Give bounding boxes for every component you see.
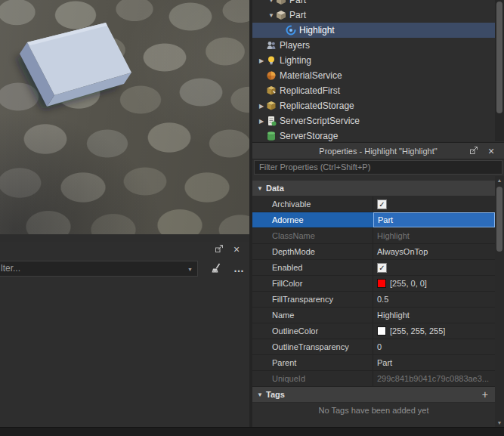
- property-name: Adornee: [252, 212, 373, 227]
- filter-text: lter...: [1, 263, 20, 274]
- close-icon[interactable]: [486, 146, 496, 156]
- serverscriptservice-icon: [266, 116, 277, 126]
- explorer-item-label: ReplicatedStorage: [280, 98, 354, 113]
- explorer-item-label: Players: [280, 38, 310, 53]
- property-value[interactable]: ✓: [373, 196, 495, 212]
- property-value-text: Part: [378, 215, 393, 224]
- bottom-left-panel: lter... …: [0, 242, 249, 427]
- explorer-item-replicatedfirst[interactable]: ReplicatedFirst: [252, 83, 495, 98]
- property-value[interactable]: [255, 0, 0]: [373, 276, 495, 291]
- section-header-tags[interactable]: ▼Tags+: [252, 387, 495, 403]
- color-swatch: [377, 326, 386, 336]
- property-value[interactable]: AlwaysOnTop: [373, 244, 495, 259]
- explorer-item-part[interactable]: ▼Part: [252, 0, 495, 8]
- explorer-item-label: Lighting: [280, 53, 311, 68]
- property-value-text: [255, 0, 0]: [390, 279, 427, 288]
- explorer-item-materialservice[interactable]: MaterialService: [252, 68, 495, 83]
- expand-arrow-icon[interactable]: ▶: [257, 57, 266, 64]
- properties-list: ▼DataArchivable✓AdorneePartClassNameHigh…: [252, 176, 495, 427]
- color-swatch: [377, 279, 386, 288]
- explorer-item-serverscriptservice[interactable]: ▶ServerScriptService: [252, 113, 495, 128]
- explorer-item-highlight[interactable]: Highlight: [252, 23, 495, 38]
- scrollbar-handle[interactable]: [496, 187, 502, 252]
- float-icon[interactable]: [469, 146, 480, 156]
- property-value[interactable]: ✓: [373, 260, 495, 275]
- property-row-adornee[interactable]: AdorneePart: [252, 212, 495, 228]
- property-value[interactable]: Part: [373, 212, 495, 227]
- property-value[interactable]: Highlight: [373, 308, 495, 323]
- expand-arrow-icon[interactable]: ▼: [267, 0, 276, 4]
- property-value[interactable]: Highlight: [373, 228, 495, 243]
- property-name: OutlineTransparency: [252, 339, 373, 354]
- expand-arrow-icon[interactable]: ▼: [267, 12, 276, 19]
- property-value-text: AlwaysOnTop: [377, 247, 428, 256]
- properties-scrollbar[interactable]: ▲ ▼: [495, 176, 504, 427]
- property-row-uniqueid[interactable]: UniqueId299c841b9041c79c0883ae3...: [252, 371, 495, 387]
- explorer-item-label: MaterialService: [280, 68, 342, 83]
- section-header-data[interactable]: ▼Data: [252, 181, 495, 196]
- dropdown-arrow-icon[interactable]: [187, 261, 193, 276]
- scroll-down-icon[interactable]: ▼: [495, 419, 504, 427]
- explorer-item-players[interactable]: Players: [252, 38, 495, 53]
- property-row-archivable[interactable]: Archivable✓: [252, 196, 495, 212]
- property-value-text: Part: [377, 358, 392, 367]
- property-row-filltransparency[interactable]: FillTransparency0.5: [252, 292, 495, 308]
- explorer-item-serverstorage[interactable]: ServerStorage: [252, 128, 495, 141]
- bottom-panel-toolbar: lter... …: [0, 260, 249, 277]
- scrollbar-handle[interactable]: [496, 2, 502, 113]
- property-value[interactable]: 0: [373, 339, 495, 354]
- collapse-arrow-icon: ▼: [257, 185, 266, 192]
- property-row-classname[interactable]: ClassNameHighlight: [252, 228, 495, 244]
- explorer-item-label: ServerScriptService: [280, 113, 360, 128]
- property-value-text: 0: [377, 342, 382, 351]
- expand-arrow-icon[interactable]: ▶: [257, 118, 266, 125]
- replicatedstorage-icon: [266, 100, 277, 111]
- property-value[interactable]: 299c841b9041c79c0883ae3...: [373, 371, 495, 386]
- property-value-text: 0.5: [377, 295, 388, 304]
- property-row-parent[interactable]: ParentPart: [252, 355, 495, 371]
- properties-title: Properties - Highlight "Highlight": [252, 143, 504, 159]
- part-icon: [276, 10, 286, 20]
- property-value[interactable]: [255, 255, 255]: [373, 323, 495, 339]
- explorer-item-lighting[interactable]: ▶Lighting: [252, 53, 495, 68]
- property-name: ClassName: [252, 228, 373, 243]
- scroll-up-icon[interactable]: ▲: [495, 176, 504, 185]
- property-row-name[interactable]: NameHighlight: [252, 308, 495, 323]
- property-row-enabled[interactable]: Enabled✓: [252, 260, 495, 276]
- explorer-item-label: ServerStorage: [280, 128, 338, 141]
- property-name: FillColor: [252, 276, 373, 291]
- broom-icon[interactable]: [206, 261, 227, 277]
- 3d-viewport[interactable]: [0, 0, 249, 234]
- properties-panel: Properties - Highlight "Highlight" Filte…: [252, 142, 504, 427]
- part-scene: [0, 0, 249, 234]
- property-name: Archivable: [252, 196, 373, 212]
- property-value[interactable]: Part: [373, 355, 495, 370]
- players-icon: [266, 40, 277, 51]
- property-row-outlinecolor[interactable]: OutlineColor[255, 255, 255]: [252, 323, 495, 339]
- explorer-item-label: ReplicatedFirst: [280, 83, 340, 98]
- property-row-outlinetransparency[interactable]: OutlineTransparency0: [252, 339, 495, 355]
- serverstorage-icon: [266, 131, 277, 141]
- property-name: OutlineColor: [252, 323, 373, 339]
- property-value[interactable]: 0.5: [373, 292, 495, 307]
- property-value-text: [255, 255, 255]: [390, 326, 445, 336]
- property-row-fillcolor[interactable]: FillColor[255, 0, 0]: [252, 276, 495, 292]
- explorer-item-replicatedstorage[interactable]: ▶ReplicatedStorage: [252, 98, 495, 113]
- add-tag-button[interactable]: +: [482, 388, 488, 400]
- explorer-scrollbar[interactable]: [495, 0, 504, 141]
- properties-filter-input[interactable]: Filter Properties (Ctrl+Shift+P): [254, 160, 502, 175]
- close-icon[interactable]: [231, 244, 242, 255]
- float-icon[interactable]: [215, 244, 225, 255]
- expand-arrow-icon[interactable]: ▶: [257, 103, 266, 110]
- more-button[interactable]: …: [231, 261, 246, 277]
- checkbox-archivable[interactable]: ✓: [377, 199, 387, 209]
- materialservice-icon: [266, 70, 277, 81]
- filter-input[interactable]: lter...: [0, 261, 198, 277]
- property-row-depthmode[interactable]: DepthModeAlwaysOnTop: [252, 244, 495, 260]
- checkbox-enabled[interactable]: ✓: [377, 263, 387, 273]
- bottom-panel-header: [0, 242, 249, 258]
- tags-empty-text: No Tags have been added yet: [252, 403, 495, 418]
- explorer-item-part[interactable]: ▼Part: [252, 8, 495, 23]
- property-name: Parent: [252, 355, 373, 370]
- highlight-icon: [286, 25, 296, 36]
